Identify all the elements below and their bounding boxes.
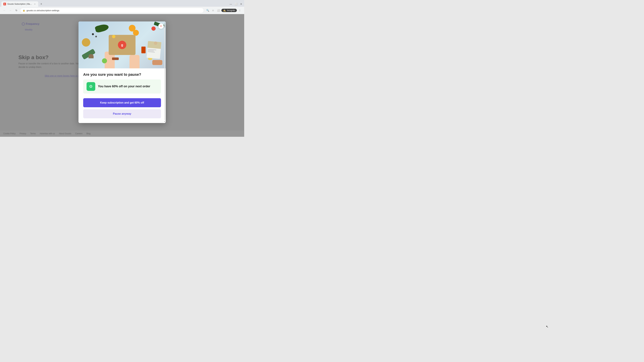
address-bar[interactable]: 🔒 gousto.co.uk/subscription-settings	[20, 8, 204, 13]
pause-anyway-button[interactable]: Pause anyway	[83, 109, 161, 118]
lime-decoration	[102, 58, 107, 63]
recipe-card	[146, 41, 161, 59]
seeds-decoration	[92, 33, 94, 35]
bread-small-decoration	[112, 57, 119, 60]
lemon-decoration	[112, 35, 116, 38]
incognito-icon: 🕵	[223, 9, 226, 12]
keep-subscription-button[interactable]: Keep subscription and get 60% off	[83, 98, 161, 107]
hand-right-decoration	[130, 55, 140, 68]
modal-overlay: g × Are you sure you want to pa	[0, 14, 244, 137]
mushroom-decoration	[88, 54, 94, 58]
more-button[interactable]: ⋮	[238, 8, 242, 13]
toolbar-right: 🔍 ☆ ⬜ 🕵 Incognito ⋮	[205, 8, 242, 13]
address-bar-row: ← → ↻ 🔒 gousto.co.uk/subscription-settin…	[0, 7, 244, 14]
pause-confirmation-modal: g × Are you sure you want to pa	[78, 21, 166, 123]
promo-text: You have 60% off on your next order	[98, 84, 150, 88]
search-button[interactable]: 🔍	[205, 8, 210, 13]
promo-icon-container: ⚙	[86, 82, 95, 91]
modal-scrollbar-track: ▲ ▼	[164, 22, 165, 122]
extensions-button[interactable]: ⬜	[216, 8, 221, 13]
promo-banner: ⚙ You have 60% off on your next order	[83, 79, 161, 93]
scroll-down-arrow[interactable]: ▼	[164, 121, 166, 122]
noodles-decoration	[82, 38, 90, 46]
minimize-button[interactable]: —	[229, 2, 232, 6]
new-tab-button[interactable]: +	[39, 2, 44, 6]
discount-icon: ⚙	[89, 84, 93, 89]
scroll-up-arrow[interactable]: ▲	[164, 22, 166, 24]
modal-close-button[interactable]: ×	[158, 23, 164, 29]
scroll-track	[164, 24, 165, 120]
tab-close-button[interactable]: ×	[34, 3, 36, 5]
back-button[interactable]: ←	[2, 8, 7, 13]
incognito-badge: 🕵 Incognito	[221, 9, 237, 12]
tomato-decoration	[152, 26, 156, 31]
tab-bar: G Gousto Subscription | Manage Y... × + …	[0, 0, 244, 7]
address-text: gousto.co.uk/subscription-settings	[26, 9, 202, 12]
bookmark-button[interactable]: ☆	[211, 8, 215, 13]
tab-favicon: G	[3, 3, 6, 5]
forward-button[interactable]: →	[8, 8, 13, 13]
incognito-label: Incognito	[227, 9, 235, 11]
seeds2-decoration	[95, 36, 97, 37]
close-icon: ×	[160, 25, 162, 28]
close-window-button[interactable]: ✕	[240, 2, 243, 6]
scroll-thumb	[164, 24, 165, 27]
browser-chrome: G Gousto Subscription | Manage Y... × + …	[0, 0, 244, 14]
modal-body: Are you sure you want to pause? ⚙ You ha…	[78, 68, 166, 123]
chilli-decoration	[142, 46, 146, 53]
modal-hero-image: g	[78, 21, 166, 68]
reload-button[interactable]: ↻	[14, 8, 19, 13]
lock-icon: 🔒	[23, 9, 25, 11]
kale-decoration	[94, 23, 109, 33]
modal-title: Are you sure you want to pause?	[83, 72, 161, 77]
tab-title: Gousto Subscription | Manage Y...	[8, 3, 32, 5]
gousto-logo: g	[118, 41, 126, 49]
active-tab[interactable]: G Gousto Subscription | Manage Y... ×	[1, 1, 38, 7]
bread-decoration	[152, 60, 162, 65]
maximize-button[interactable]: ⬜	[234, 2, 238, 6]
